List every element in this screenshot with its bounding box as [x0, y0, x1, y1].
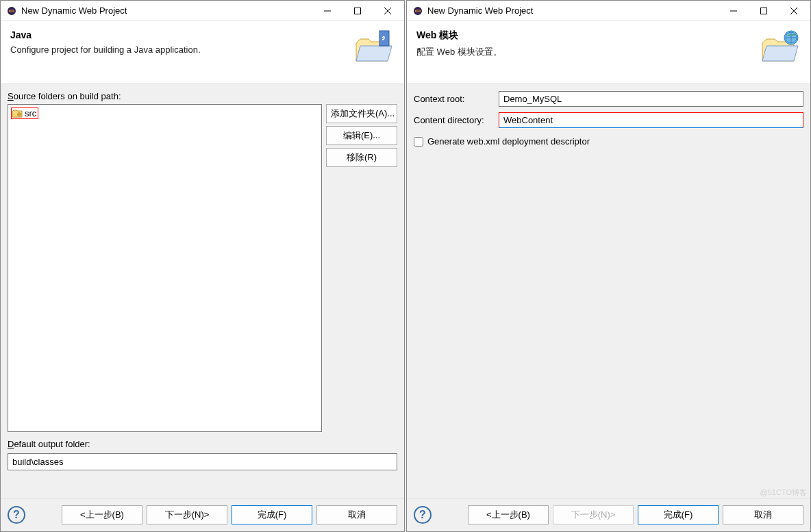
maximize-button[interactable] [342, 1, 373, 21]
dialog-web-module: New Dynamic Web Project Web 模块 配置 Web 模块… [406, 0, 811, 532]
cancel-button[interactable]: 取消 [316, 505, 397, 524]
minimize-button[interactable] [719, 1, 749, 21]
folder-java-icon [353, 29, 395, 65]
close-button[interactable] [779, 1, 809, 21]
close-button[interactable] [373, 1, 403, 21]
svg-rect-11 [761, 8, 767, 14]
svg-point-7 [17, 112, 21, 116]
context-root-label: Context root: [414, 94, 495, 104]
page-description: 配置 Web 模块设置。 [416, 46, 760, 58]
eclipse-icon [6, 5, 17, 16]
edit-button[interactable]: 编辑(E)... [326, 126, 397, 145]
watermark: @51CTO博客 [760, 487, 807, 498]
page-heading: Web 模块 [416, 29, 760, 42]
help-button[interactable]: ? [8, 506, 25, 524]
back-button[interactable]: <上一步(B) [468, 505, 549, 524]
dialog-footer: ? <上一步(B) 下一步(N)> 完成(F) 取消 [407, 498, 810, 531]
add-folder-button[interactable]: 添加文件夹(A)... [326, 104, 397, 123]
wizard-header: Java Configure project for building a Ja… [1, 21, 404, 84]
eclipse-icon [412, 5, 423, 16]
cancel-button[interactable]: 取消 [723, 505, 803, 524]
titlebar[interactable]: New Dynamic Web Project [407, 1, 810, 21]
help-button[interactable]: ? [414, 506, 432, 524]
generate-webxml-checkbox[interactable] [414, 137, 423, 147]
minimize-button[interactable] [312, 1, 342, 21]
back-button[interactable]: <上一步(B) [62, 505, 142, 524]
page-heading: Java [10, 29, 353, 40]
window-title: New Dynamic Web Project [21, 5, 312, 16]
generate-webxml-label: Generate web.xml deployment descriptor [427, 136, 590, 147]
content-directory-label: Content directory: [414, 115, 495, 125]
svg-rect-3 [355, 8, 361, 14]
content-directory-input[interactable] [499, 112, 803, 128]
folder-globe-icon [760, 29, 801, 65]
page-description: Configure project for building a Java ap… [10, 45, 353, 55]
dialog-footer: ? <上一步(B) 下一步(N)> 完成(F) 取消 [1, 498, 404, 531]
titlebar[interactable]: New Dynamic Web Project [1, 1, 404, 21]
finish-button[interactable]: 完成(F) [232, 505, 312, 524]
package-folder-icon [12, 109, 23, 118]
list-item[interactable]: src [11, 107, 38, 119]
list-item-label: src [25, 108, 36, 118]
default-output-input[interactable] [8, 453, 397, 470]
dialog-java: New Dynamic Web Project Java Configure p… [0, 0, 405, 532]
window-title: New Dynamic Web Project [427, 5, 719, 16]
next-button: 下一步(N)> [553, 505, 634, 524]
maximize-button[interactable] [749, 1, 779, 21]
wizard-header: Web 模块 配置 Web 模块设置。 [407, 21, 810, 84]
next-button[interactable]: 下一步(N)> [147, 505, 227, 524]
default-output-label: Default output folder: [8, 439, 397, 449]
remove-button[interactable]: 移除(R) [326, 148, 397, 167]
context-root-input[interactable] [499, 91, 803, 107]
source-folders-label: Source folders on build path: [8, 91, 397, 101]
finish-button[interactable]: 完成(F) [638, 505, 719, 524]
source-folders-list[interactable]: src [8, 104, 322, 432]
